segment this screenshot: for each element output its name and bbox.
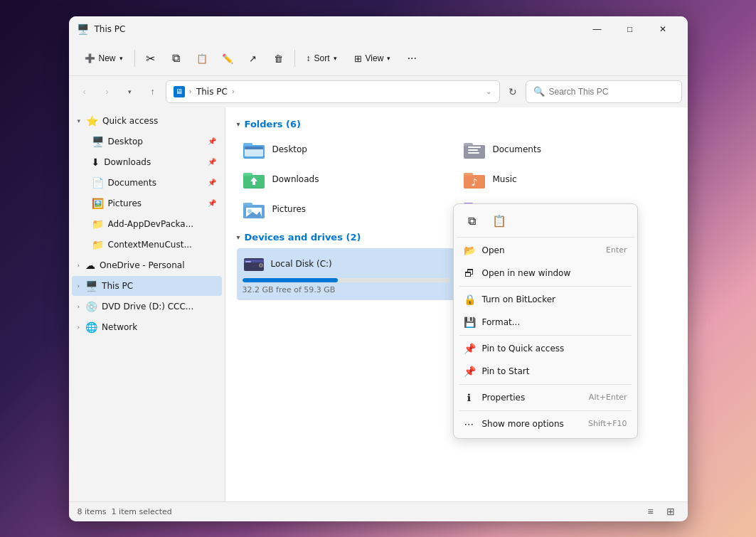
ctx-properties-label: Properties xyxy=(482,393,582,403)
sidebar-item-thispc[interactable]: › 🖥️ This PC xyxy=(72,276,222,296)
title-bar: 🖥️ This PC — □ ✕ xyxy=(69,16,688,42)
context-menu-top-icons: ⧉ 📋 xyxy=(457,207,634,238)
address-separator-2: › xyxy=(232,87,235,96)
folder-pictures[interactable]: Pictures xyxy=(237,195,456,223)
view-button[interactable]: ⊞ View ▾ xyxy=(347,47,398,70)
folder-documents[interactable]: Documents xyxy=(457,135,676,164)
items-count: 8 items xyxy=(78,507,107,516)
address-expand-icon[interactable]: ⌄ xyxy=(486,87,491,95)
devices-title: Devices and drives (2) xyxy=(245,232,361,243)
sidebar-onedrive-label: OneDrive - Personal xyxy=(100,260,184,270)
address-separator-1: › xyxy=(189,87,192,96)
ctx-open-shortcut: Enter xyxy=(606,245,627,255)
minimize-button[interactable]: — xyxy=(581,16,614,42)
refresh-button[interactable]: ↻ xyxy=(503,82,523,102)
ctx-open-new-window-label: Open in new window xyxy=(482,268,627,278)
search-box[interactable]: 🔍 xyxy=(526,80,682,103)
ctx-properties[interactable]: ℹ️ Properties Alt+Enter xyxy=(457,386,634,409)
drive-c[interactable]: Local Disk (C:) 32.2 GB free of 59.3 GB xyxy=(237,248,456,300)
view-icon: ⊞ xyxy=(354,53,362,64)
folder-music[interactable]: ♪ Music xyxy=(457,165,676,193)
grid-view-button[interactable]: ⊞ xyxy=(662,503,679,520)
pictures-pin-icon: 📌 xyxy=(208,199,216,207)
devices-chevron: ▾ xyxy=(237,233,240,241)
ctx-pin-quick-access[interactable]: 📌 Pin to Quick access xyxy=(457,337,634,360)
close-button[interactable]: ✕ xyxy=(646,16,679,42)
documents-icon: 📄 xyxy=(92,177,104,188)
sort-button[interactable]: ↕ Sort ▾ xyxy=(299,47,344,70)
sort-icon: ↕ xyxy=(307,53,311,63)
ctx-format[interactable]: 💾 Format... xyxy=(457,311,634,334)
copy-button[interactable]: ⧉ xyxy=(165,47,188,70)
pictures-folder-icon xyxy=(243,199,265,219)
ctx-open-new-window[interactable]: 🗗 Open in new window xyxy=(457,262,634,285)
more-icon: ··· xyxy=(408,52,417,65)
sidebar-item-downloads[interactable]: ⬇️ Downloads 📌 xyxy=(72,152,222,172)
up-button[interactable]: ↑ xyxy=(143,82,163,102)
rename-button[interactable]: ✏️ xyxy=(216,47,239,70)
folder-desktop[interactable]: Desktop xyxy=(237,135,456,164)
sidebar-thispc-label: This PC xyxy=(102,281,133,291)
recent-locations-button[interactable]: ▾ xyxy=(120,82,140,102)
selection-status: 1 item selected xyxy=(112,507,172,516)
sidebar-item-desktop[interactable]: 🖥️ Desktop 📌 xyxy=(72,132,222,151)
svg-rect-10 xyxy=(468,152,479,154)
title-bar-controls: — □ ✕ xyxy=(581,16,679,42)
sidebar-network-label: Network xyxy=(102,322,137,332)
downloads-folder-icon xyxy=(243,169,265,189)
more-button[interactable]: ··· xyxy=(400,47,423,70)
sidebar-item-dvddrive[interactable]: › 💿 DVD Drive (D:) CCC... xyxy=(72,297,222,317)
sidebar-contextmenu-label: ContextMenuCust... xyxy=(108,240,192,250)
desktop-icon: 🖥️ xyxy=(92,136,104,147)
folder-pictures-name: Pictures xyxy=(272,204,307,214)
sidebar-documents-label: Documents xyxy=(108,178,156,188)
folder-downloads[interactable]: Downloads xyxy=(237,165,456,193)
ctx-pin-start-label: Pin to Start xyxy=(482,366,627,376)
ctx-bitlocker[interactable]: 🔒 Turn on BitLocker xyxy=(457,288,634,311)
ctx-separator-3 xyxy=(459,384,632,385)
ctx-pin-start[interactable]: 📌 Pin to Start xyxy=(457,360,634,383)
list-view-button[interactable]: ≡ xyxy=(642,503,659,520)
sidebar-item-contextmenu[interactable]: 📁 ContextMenuCust... xyxy=(72,235,222,255)
ctx-paste-button[interactable]: 📋 xyxy=(486,210,512,233)
ctx-copy-button[interactable]: ⧉ xyxy=(459,210,485,233)
sidebar-item-addappdev[interactable]: 📁 Add-AppDevPacka... xyxy=(72,214,222,234)
delete-button[interactable]: 🗑 xyxy=(267,47,290,70)
sidebar-item-documents[interactable]: 📄 Documents 📌 xyxy=(72,173,222,193)
open-icon: 📂 xyxy=(464,245,475,256)
plus-icon: ➕ xyxy=(85,53,95,63)
sidebar-item-network[interactable]: › 🌐 Network xyxy=(72,317,222,337)
sort-chevron-icon: ▾ xyxy=(334,55,337,62)
sidebar-item-onedrive[interactable]: › ☁️ OneDrive - Personal xyxy=(72,255,222,275)
search-input[interactable] xyxy=(549,87,674,97)
ctx-separator-1 xyxy=(459,286,632,287)
main-layout: ▾ ⭐ Quick access 🖥️ Desktop 📌 ⬇️ Downloa… xyxy=(69,107,688,501)
back-button[interactable]: ‹ xyxy=(75,82,95,102)
ctx-show-more[interactable]: ⋯ Show more options Shift+F10 xyxy=(457,413,634,435)
quick-access-header[interactable]: ▾ ⭐ Quick access xyxy=(72,111,222,131)
thispc-crumb-icon: 🖥 xyxy=(174,86,185,97)
sidebar-item-pictures[interactable]: 🖼️ Pictures 📌 xyxy=(72,193,222,213)
documents-pin-icon: 📌 xyxy=(208,179,216,186)
sort-label: Sort xyxy=(314,53,330,63)
drive-c-progress-fill xyxy=(243,278,338,282)
cut-button[interactable]: ✂ xyxy=(139,47,162,70)
sidebar-downloads-label: Downloads xyxy=(104,157,151,167)
paste-button[interactable]: 📋 xyxy=(191,47,213,70)
toolbar: ➕ New ▾ ✂ ⧉ 📋 ✏️ ↗ 🗑 ↕ Sort ▾ ⊞ View ▾ ·… xyxy=(69,42,688,76)
context-menu: ⧉ 📋 📂 Open Enter 🗗 Open in new window xyxy=(453,203,638,439)
folders-section-header: ▾ Folders (6) xyxy=(237,119,676,129)
ctx-open[interactable]: 📂 Open Enter xyxy=(457,239,634,262)
new-button[interactable]: ➕ New ▾ xyxy=(78,47,130,70)
share-button[interactable]: ↗ xyxy=(242,47,265,70)
svg-text:♪: ♪ xyxy=(471,176,477,188)
address-bar: ‹ › ▾ ↑ 🖥 › This PC › ⌄ ↻ 🔍 xyxy=(69,76,688,107)
address-box[interactable]: 🖥 › This PC › ⌄ xyxy=(166,80,500,103)
ctx-show-more-label: Show more options xyxy=(482,419,581,429)
toolbar-divider-1 xyxy=(134,50,135,67)
music-folder-icon: ♪ xyxy=(463,169,486,189)
forward-button[interactable]: › xyxy=(97,82,117,102)
maximize-button[interactable]: □ xyxy=(614,16,646,42)
documents-folder-icon xyxy=(463,139,486,159)
copy-icon: ⧉ xyxy=(468,215,476,228)
